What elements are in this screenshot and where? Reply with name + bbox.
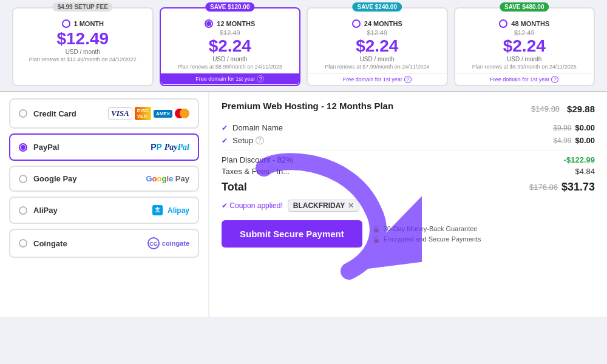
plan-24months-badge: SAVE $240.00: [353, 2, 402, 12]
domain-label: Domain Name: [232, 123, 283, 132]
plan-48months-period: USD / month: [463, 56, 587, 62]
google-pay-label: Google Pay: [33, 174, 82, 183]
gpay-logo: Google Pay: [146, 174, 189, 183]
plan-48months-free-domain: Free domain for 1st year ?: [455, 73, 594, 85]
alipay-label: AliPay: [33, 206, 82, 215]
plan-48months[interactable]: SAVE $480.00 48 MONTHS $12.49 $2.24 USD …: [454, 7, 595, 86]
pricing-section: $4.99 SETUP FEE 1 MONTH $12.49 USD / mon…: [0, 0, 607, 92]
paypal-radio[interactable]: [19, 143, 27, 152]
coingate-text-logo: coingate: [162, 240, 189, 247]
coupon-row: ✔ Coupon applied! BLACKFRIDAY ✕: [222, 200, 595, 212]
submit-row: Submit Secure Payment 🔒 30-Day Money-Bac…: [222, 220, 595, 248]
submit-payment-button[interactable]: Submit Secure Payment: [222, 220, 362, 248]
plan-1month-badge: $4.99 SETUP FEE: [53, 2, 113, 12]
plan-1month-price: $12.49: [21, 29, 145, 49]
plan-1month-period: USD / month: [21, 49, 145, 55]
guarantee-2-text: Encrypted and Secure Payments: [384, 235, 481, 243]
plan-48months-renew: Plan renews at $6.99/month on 24/11/2025: [463, 64, 587, 70]
plan-12months-old-price: $12.49: [168, 29, 293, 36]
google-pay-radio[interactable]: [19, 175, 27, 183]
summary-item-domain: ✔ Domain Name $9.99 $0.00: [222, 123, 595, 132]
guarantee-1: 🔒 30-Day Money-Back Guarantee: [372, 225, 481, 233]
svg-text:CG: CG: [149, 241, 158, 247]
discount-value: -$122.99: [564, 155, 595, 164]
plan-48months-badge: SAVE $480.00: [500, 2, 549, 12]
alipay-text-logo: Alipay: [168, 206, 189, 215]
plan-1month[interactable]: $4.99 SETUP FEE 1 MONTH $12.49 USD / mon…: [12, 7, 154, 86]
plan-1month-radio[interactable]: [62, 19, 70, 28]
plan-24months-duration: 24 MONTHS: [364, 20, 402, 27]
plan-12months-price: $2.24: [168, 36, 293, 56]
coingate-logos: CG coingate: [148, 237, 189, 249]
alipay-radio[interactable]: [19, 206, 27, 215]
paypal-label: PayPal: [33, 143, 82, 152]
payment-method-paypal[interactable]: PayPal PP PayPal: [9, 133, 199, 161]
domain-check-icon: ✔: [222, 124, 228, 132]
guarantee-2: 🔒 Encrypted and Secure Payments: [372, 235, 481, 243]
plan-48months-radio[interactable]: [499, 19, 507, 28]
total-label: Total: [222, 181, 247, 194]
total-row: Total $176.86 $31.73: [222, 181, 595, 194]
plan-12months-renew: Plan renews at $8.99/month on 24/11/2023: [168, 64, 293, 70]
plan-24months[interactable]: SAVE $240.00 24 MONTHS $12.49 $2.24 USD …: [307, 7, 448, 86]
credit-card-radio[interactable]: [19, 109, 27, 118]
summary-title-new-price: $29.88: [567, 104, 595, 114]
guarantee-1-text: 30-Day Money-Back Guarantee: [384, 225, 478, 232]
mastercard-logo: [175, 109, 189, 118]
discover-logo: DISCVER: [135, 107, 151, 120]
taxes-value: $4.84: [575, 167, 595, 176]
discount-label: Plan Discount - 82%: [222, 155, 293, 164]
domain-new-price: $0.00: [575, 123, 595, 132]
plan-24months-renew: Plan renews at $7.99/month on 24/11/2024: [315, 64, 439, 70]
plan-48months-old-price: $12.49: [463, 29, 587, 36]
total-old-price: $176.86: [529, 183, 558, 192]
plan-24months-old-price: $12.49: [315, 29, 439, 36]
plan-24months-price: $2.24: [315, 36, 439, 56]
plan-12months[interactable]: SAVE $120.00 12 MONTHS $12.49 $2.24 USD …: [160, 7, 301, 86]
summary-title-old-price: $149.88: [531, 104, 560, 113]
submit-guarantees: 🔒 30-Day Money-Back Guarantee 🔒 Encrypte…: [372, 225, 481, 243]
checkout-section: Credit Card VISA DISCVER AMEX PayPal PP …: [0, 92, 607, 317]
plan-12months-radio[interactable]: [205, 19, 213, 28]
credit-card-label: Credit Card: [33, 109, 82, 118]
summary-title: Premium Web Hosting - 12 Months Plan: [222, 101, 393, 111]
payment-method-coingate[interactable]: Coingate CG coingate: [9, 229, 199, 258]
coingate-label: Coingate: [33, 239, 82, 248]
payment-method-alipay[interactable]: AliPay 支 Alipay: [9, 197, 199, 224]
summary-item-setup: ✔ Setup ? $4.99 $0.00: [222, 136, 595, 145]
domain-old-price: $9.99: [553, 124, 571, 132]
setup-new-price: $0.00: [575, 136, 595, 145]
payment-method-google-pay[interactable]: Google Pay Google Pay: [9, 166, 199, 192]
amex-logo: AMEX: [154, 110, 172, 118]
payment-method-credit-card[interactable]: Credit Card VISA DISCVER AMEX: [9, 98, 199, 129]
visa-logo: VISA: [108, 107, 132, 120]
lock-icon: 🔒: [372, 235, 381, 243]
coupon-badge: BLACKFRIDAY ✕: [288, 200, 360, 212]
plan-12months-period: USD / month: [168, 56, 293, 62]
paypal-logo: PP PayPal: [151, 142, 189, 152]
plan-12months-duration: 12 MONTHS: [217, 20, 255, 27]
setup-label: Setup: [232, 136, 253, 145]
plan-24months-radio[interactable]: [352, 19, 361, 28]
total-new-price: $31.73: [561, 181, 595, 194]
coupon-remove-button[interactable]: ✕: [348, 201, 354, 210]
plan-1month-duration: 1 MONTH: [74, 20, 104, 27]
coingate-icon: CG: [148, 237, 160, 249]
shield-icon: 🔒: [372, 225, 381, 233]
taxes-row: Taxes & Fees - In... $4.84: [222, 167, 595, 176]
discount-row: Plan Discount - 82% -$122.99: [222, 155, 595, 164]
alipay-icon: 支: [152, 205, 163, 215]
setup-info-icon[interactable]: ?: [256, 136, 264, 144]
alipay-logos: 支 Alipay: [152, 205, 189, 215]
setup-check-icon: ✔: [222, 136, 228, 145]
summary-panel: Premium Web Hosting - 12 Months Plan $14…: [209, 92, 607, 317]
plan-12months-badge: SAVE $120.00: [205, 2, 254, 12]
coingate-radio[interactable]: [19, 239, 27, 248]
plan-24months-free-domain: Free domain for 1st year ?: [308, 73, 447, 85]
coupon-code: BLACKFRIDAY: [293, 201, 345, 210]
setup-old-price: $4.99: [553, 136, 571, 145]
coupon-applied-text: ✔ Coupon applied!: [222, 201, 283, 210]
paypal-logos: PP PayPal: [151, 142, 189, 152]
plan-24months-period: USD / month: [315, 56, 439, 62]
payment-panel: Credit Card VISA DISCVER AMEX PayPal PP …: [0, 92, 209, 317]
